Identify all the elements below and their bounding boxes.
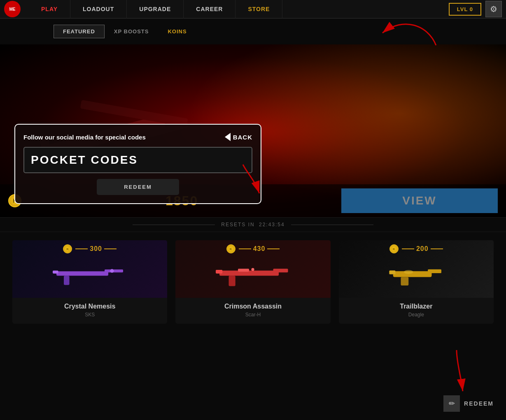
item-card-crimson-assassin[interactable]: K 430 Crimson Assassin Scar-H bbox=[175, 240, 330, 324]
redeem-button-popup[interactable]: REDEEM bbox=[97, 179, 179, 195]
svg-rect-9 bbox=[219, 271, 279, 276]
price-value-2: 430 bbox=[253, 245, 266, 253]
bottom-redeem-label: REDEEM bbox=[464, 400, 494, 407]
item-name-3: Trailblazer bbox=[400, 303, 432, 310]
svg-rect-8 bbox=[53, 271, 58, 274]
nav-logo: ME bbox=[4, 1, 21, 17]
item-coin-3: K bbox=[389, 244, 399, 253]
price-value-1: 300 bbox=[90, 245, 102, 253]
item-name-1: Crystal Nemesis bbox=[64, 303, 116, 310]
back-button[interactable]: BACK bbox=[225, 133, 252, 141]
item-coin-2: K bbox=[226, 244, 236, 253]
resets-bar: RESETS IN 22:43:54 bbox=[0, 217, 506, 232]
price-dash-3: 200 bbox=[402, 245, 443, 253]
pocket-input-container bbox=[23, 147, 252, 173]
svg-rect-4 bbox=[56, 271, 108, 276]
level-button[interactable]: LVL 0 bbox=[449, 3, 481, 16]
red-arrow-bottom bbox=[436, 346, 477, 399]
svg-rect-18 bbox=[389, 270, 395, 274]
svg-rect-10 bbox=[229, 276, 236, 286]
pocket-codes-popup: Follow our social media for special code… bbox=[14, 124, 261, 204]
price-line-left-2 bbox=[239, 248, 251, 249]
tab-featured[interactable]: FEATURED bbox=[54, 25, 105, 38]
svg-point-14 bbox=[252, 268, 254, 271]
gun-svg-1 bbox=[53, 257, 127, 290]
price-line-right-2 bbox=[267, 248, 280, 249]
back-arrow-icon bbox=[225, 133, 231, 141]
item-subtitle-1: SKS bbox=[85, 312, 95, 318]
svg-rect-5 bbox=[64, 276, 70, 285]
tab-xp-boosts[interactable]: XP BOOSTS bbox=[105, 25, 159, 38]
item-coin-1: K bbox=[63, 244, 72, 253]
price-value-3: 200 bbox=[416, 245, 429, 253]
price-line-right-3 bbox=[431, 248, 443, 249]
resets-line-left bbox=[133, 225, 215, 225]
nav-item-upgrade[interactable]: UPGRADE bbox=[127, 0, 184, 19]
svg-rect-12 bbox=[216, 270, 222, 274]
svg-point-19 bbox=[404, 270, 413, 274]
price-bar-3: K 200 bbox=[339, 244, 494, 253]
item-subtitle-2: Scar-H bbox=[245, 312, 261, 318]
nav-items: PLAY LOADOUT UPGRADE CAREER STORE bbox=[29, 0, 449, 19]
items-grid: K 300 Crystal Nemesis SKS K bbox=[0, 232, 506, 332]
nav-item-store[interactable]: STORE bbox=[236, 0, 282, 19]
gun-svg-2 bbox=[216, 257, 290, 290]
nav-item-play[interactable]: PLAY bbox=[29, 0, 70, 19]
bottom-redeem-area[interactable]: ✏ REDEEM bbox=[443, 395, 494, 412]
item-name-2: Crimson Assassin bbox=[224, 303, 282, 310]
popup-header-text: Follow our social media for special code… bbox=[23, 134, 146, 141]
price-line-left-3 bbox=[402, 248, 414, 249]
resets-line-right bbox=[291, 225, 373, 225]
item-top-3: K 200 bbox=[339, 240, 494, 298]
nav-item-career[interactable]: CAREER bbox=[184, 0, 236, 19]
view-button[interactable]: VIEW bbox=[341, 188, 498, 213]
hero-banner: Follow our social media for special code… bbox=[0, 44, 506, 217]
svg-rect-13 bbox=[238, 269, 249, 271]
price-bar-2: K 430 bbox=[175, 244, 330, 253]
price-line-left-1 bbox=[75, 248, 88, 249]
redeem-icon: ✏ bbox=[443, 395, 460, 412]
popup-header: Follow our social media for special code… bbox=[23, 133, 252, 141]
item-top-1: K 300 bbox=[12, 240, 167, 298]
price-dash-1: 300 bbox=[75, 245, 117, 253]
price-line-right-1 bbox=[104, 248, 117, 249]
item-card-crystal-nemesis[interactable]: K 300 Crystal Nemesis SKS bbox=[12, 240, 167, 324]
tab-koins[interactable]: KOINS bbox=[158, 25, 196, 38]
svg-rect-17 bbox=[428, 269, 441, 273]
settings-button[interactable]: ⚙ bbox=[485, 1, 502, 17]
item-card-trailblazer[interactable]: K 200 Trailblazer Deagle bbox=[339, 240, 494, 324]
price-bar-1: K 300 bbox=[12, 244, 167, 253]
resets-label: RESETS IN 22:43:54 bbox=[215, 222, 291, 227]
item-top-2: K 430 bbox=[175, 240, 330, 298]
nav-item-loadout[interactable]: LOADOUT bbox=[70, 0, 127, 19]
store-tabs: FEATURED XP BOOSTS KOINS bbox=[0, 19, 506, 44]
item-subtitle-3: Deagle bbox=[408, 312, 424, 318]
top-navigation: ME PLAY LOADOUT UPGRADE CAREER STORE LVL… bbox=[0, 0, 506, 19]
svg-rect-11 bbox=[273, 269, 288, 272]
pocket-codes-input[interactable] bbox=[31, 153, 245, 167]
svg-rect-16 bbox=[401, 277, 408, 285]
nav-right: LVL 0 ⚙ bbox=[449, 1, 502, 17]
gun-svg-3 bbox=[385, 257, 447, 290]
price-dash-2: 430 bbox=[239, 245, 280, 253]
svg-point-7 bbox=[110, 269, 114, 273]
